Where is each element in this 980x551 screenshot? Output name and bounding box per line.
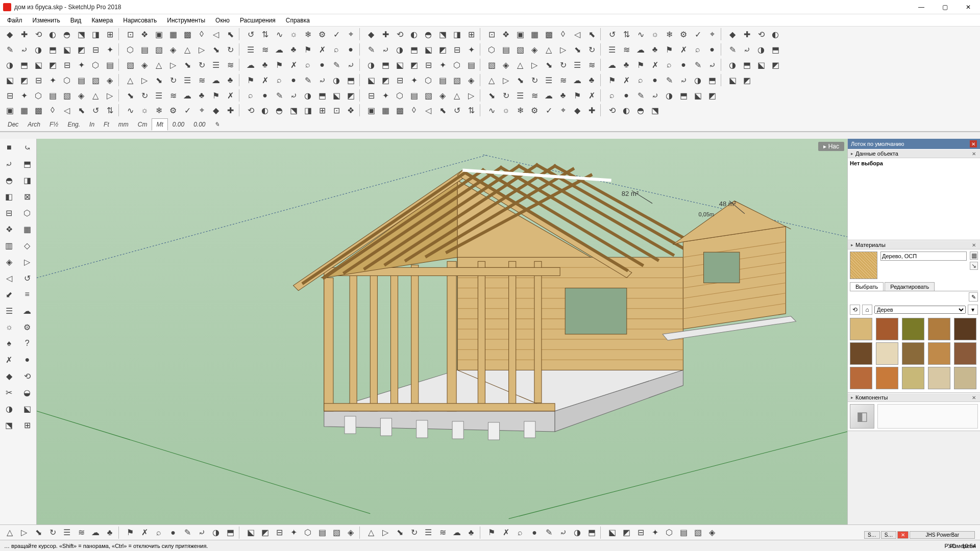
tool-button[interactable]: ⬊	[124, 89, 137, 102]
tool-button[interactable]: ⬒	[344, 73, 357, 87]
tool-button[interactable]: ⟲	[393, 28, 406, 41]
tool-button[interactable]: ▷	[556, 43, 570, 56]
tool-button[interactable]: ⤾	[677, 73, 690, 87]
tool-button[interactable]: ⚙	[528, 104, 541, 117]
tool-button[interactable]: ◐	[620, 104, 633, 117]
tool-button[interactable]: △	[513, 58, 527, 71]
tool-button[interactable]: ▦	[379, 104, 392, 117]
tool-button[interactable]: ⬒	[740, 58, 753, 71]
menu-файл[interactable]: Файл	[2, 16, 28, 25]
tool-button[interactable]: ●	[705, 43, 719, 56]
side-tool-button[interactable]: ⤾	[2, 156, 17, 171]
tool-button[interactable]: ◑	[663, 89, 676, 102]
tool-button[interactable]: ◨	[301, 104, 314, 117]
side-tool-button[interactable]: ▦	[19, 221, 35, 237]
tool-button[interactable]: ∿	[634, 28, 647, 41]
tool-button[interactable]: ∿	[124, 104, 137, 117]
tool-button[interactable]: ◐	[769, 28, 782, 41]
tool-button[interactable]: ↺	[605, 28, 619, 41]
tool-button[interactable]: ⟲	[754, 28, 768, 41]
tool-button[interactable]: ◐	[407, 28, 421, 41]
tool-button[interactable]: ▧	[691, 526, 704, 539]
tool-button[interactable]: ◆	[3, 28, 16, 41]
material-category-select[interactable]: Дерев	[874, 306, 966, 314]
tool-button[interactable]: ☼	[138, 104, 151, 117]
side-tool-button[interactable]: ▥	[2, 238, 17, 253]
tool-button[interactable]: ⌕	[513, 526, 527, 539]
tool-button[interactable]: ◈	[528, 43, 541, 56]
tool-button[interactable]: ☰	[542, 73, 555, 87]
tool-button[interactable]: △	[542, 43, 555, 56]
tool-button[interactable]: ▣	[3, 104, 16, 117]
tool-button[interactable]: ⚙	[677, 28, 690, 41]
side-tool-button[interactable]: ⬒	[19, 156, 35, 171]
menu-камера[interactable]: Камера	[86, 16, 118, 25]
tool-button[interactable]: ⊞	[315, 104, 329, 117]
tool-button[interactable]: ▦	[528, 28, 541, 41]
tool-button[interactable]: ◩	[258, 526, 272, 539]
unit-tab[interactable]: F½	[45, 118, 63, 131]
tool-button[interactable]: ⬕	[605, 526, 619, 539]
tool-button[interactable]: ⬡	[450, 58, 463, 71]
materials-tab[interactable]: Выбрать	[850, 282, 884, 291]
tool-button[interactable]: ⬡	[89, 58, 102, 71]
tool-button[interactable]: ⬡	[124, 43, 137, 56]
tool-button[interactable]: ◈	[464, 73, 478, 87]
tool-button[interactable]: △	[181, 43, 194, 56]
tool-button[interactable]: ♣	[258, 58, 272, 71]
tool-button[interactable]: ◨	[89, 28, 102, 41]
tool-button[interactable]: ⬊	[32, 526, 45, 539]
scene-tab[interactable]: ▸ Нас	[818, 142, 844, 151]
tool-button[interactable]: ⬕	[330, 89, 343, 102]
tool-button[interactable]: ⚙	[166, 104, 180, 117]
mini-tab-close[interactable]: ✕	[897, 531, 909, 539]
tool-button[interactable]: ⬕	[726, 73, 739, 87]
set-default-icon[interactable]: ↘	[970, 262, 978, 270]
tool-button[interactable]: ▤	[436, 73, 449, 87]
tool-button[interactable]: ◩	[407, 58, 421, 71]
tool-button[interactable]: ✎	[273, 89, 286, 102]
side-tool-button[interactable]: ◁	[2, 270, 17, 286]
tool-button[interactable]: ☁	[634, 43, 647, 56]
tool-button[interactable]: ☰	[605, 43, 619, 56]
tool-button[interactable]: ✦	[436, 58, 449, 71]
material-name-input[interactable]	[880, 252, 967, 261]
tool-button[interactable]: ▩	[32, 104, 45, 117]
tool-button[interactable]: ⤾	[287, 89, 300, 102]
tool-button[interactable]: ✎	[663, 73, 676, 87]
tool-button[interactable]: ◊	[556, 28, 570, 41]
tool-button[interactable]: ●	[166, 526, 180, 539]
tool-button[interactable]: ✚	[585, 104, 598, 117]
tool-button[interactable]: ⬕	[60, 43, 74, 56]
tool-button[interactable]: ◊	[407, 104, 421, 117]
tool-button[interactable]: ↻	[556, 58, 570, 71]
tool-button[interactable]: ▤	[46, 89, 59, 102]
tool-button[interactable]: ◑	[32, 43, 45, 56]
tool-button[interactable]: ⬒	[677, 89, 690, 102]
unit-tab[interactable]: Mt	[152, 118, 167, 131]
side-tool-button[interactable]: ☁	[19, 303, 35, 318]
tool-button[interactable]: ▤	[464, 58, 478, 71]
tool-button[interactable]: ♣	[287, 43, 300, 56]
tool-button[interactable]: ⬊	[209, 43, 223, 56]
tool-button[interactable]: ⚑	[244, 73, 257, 87]
side-tool-button[interactable]: ☰	[2, 303, 17, 318]
tool-button[interactable]: ⬒	[379, 58, 392, 71]
tool-button[interactable]: ⬉	[75, 104, 88, 117]
tool-button[interactable]: ▷	[464, 89, 478, 102]
menu-справка[interactable]: Справка	[281, 16, 315, 25]
tool-button[interactable]: ⬡	[301, 526, 314, 539]
tool-button[interactable]: ⟲	[32, 28, 45, 41]
side-tool-button[interactable]: ◓	[2, 172, 17, 188]
tool-button[interactable]: ⬡	[422, 73, 435, 87]
tool-button[interactable]: ⤾	[740, 43, 753, 56]
tool-button[interactable]: ▩	[542, 28, 555, 41]
tool-button[interactable]: ⊡	[124, 28, 137, 41]
tool-button[interactable]: ❄	[663, 28, 676, 41]
side-tool-button[interactable]: ⬔	[2, 417, 17, 433]
tray-header[interactable]: Лоток по умолчанию ✕	[848, 139, 980, 149]
unit-tab[interactable]: Eng.	[63, 118, 85, 131]
tool-button[interactable]: ⊟	[32, 73, 45, 87]
tool-button[interactable]: ❖	[344, 104, 357, 117]
tool-button[interactable]: ⤾	[556, 526, 570, 539]
